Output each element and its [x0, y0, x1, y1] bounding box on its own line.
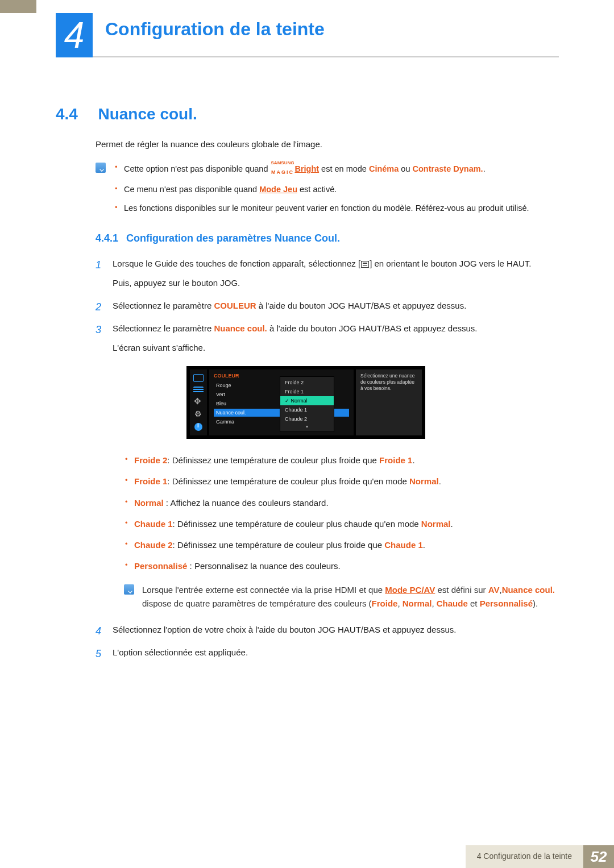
osd-option: Chaude 2 — [280, 414, 334, 423]
step-item: 5L'option sélectionnée est appliquée. — [96, 646, 559, 659]
step-number: 1 — [96, 257, 101, 273]
info-icon — [194, 423, 202, 431]
gear-icon — [193, 410, 204, 418]
text: : — [187, 561, 194, 571]
text: . — [451, 519, 453, 529]
list-item: Chaude 1: Définissez une température de … — [124, 517, 559, 530]
note-block-2: Lorsque l'entrée externe est connectée v… — [124, 583, 559, 610]
keyword: Mode Jeu — [259, 185, 297, 194]
text: Définissez une température de couleur pl… — [177, 540, 384, 550]
note-block-1: Cette option n'est pas disponible quand … — [96, 161, 559, 220]
chapter-header: 4 Configuration de la teinte — [56, 13, 559, 57]
keyword: Nuance coul. — [502, 585, 555, 595]
text: L'option sélectionnée est appliquée. — [113, 647, 248, 657]
subsection-number: 4.4.1 — [96, 232, 118, 244]
menu-icon — [361, 261, 369, 268]
keyword: Chaude 1 — [134, 519, 173, 529]
keyword: Chaude 2 — [134, 540, 173, 550]
chapter-number-badge: 4 — [56, 13, 93, 57]
text: est en mode — [319, 164, 369, 173]
keyword: Nuance coul. — [214, 323, 267, 333]
text: ] en orientant le bouton JOG vers le HAU… — [370, 259, 531, 268]
text: L'écran suivant s'affiche. — [113, 341, 559, 355]
intro-text: Permet de régler la nuance des couleurs … — [96, 139, 559, 149]
osd-main-panel: COULEUR Rouge Vert Bleu Nuance coul. Gam… — [209, 369, 354, 435]
text: et — [468, 599, 480, 608]
text: Définissez une température de couleur pl… — [177, 519, 421, 529]
section-number: 4.4 — [56, 105, 96, 123]
step-number: 5 — [96, 646, 101, 662]
note-icon — [96, 163, 106, 173]
footer-page-number: 52 — [583, 845, 614, 868]
keyword: Personnalisé — [134, 561, 187, 571]
keyword: Normal — [409, 476, 439, 486]
osd-option-selected: Normal — [280, 396, 334, 405]
text: Lorsque l'entrée externe est connectée v… — [142, 585, 385, 595]
keyword: COULEUR — [214, 301, 256, 310]
note-item: Ce menu n'est pas disponible quand Mode … — [114, 183, 529, 196]
steps-list-cont: 4Sélectionnez l'option de votre choix à … — [96, 623, 559, 659]
text: Ce menu n'est pas disponible quand — [124, 185, 259, 194]
list-item: Froide 2: Définissez une température de … — [124, 454, 559, 467]
osd-popup: Froide 2 Froide 1 Normal Chaude 1 Chaude… — [280, 376, 334, 432]
note-list-1: Cette option n'est pas disponible quand … — [114, 161, 529, 220]
text: Sélectionnez l'option de votre choix à l… — [113, 625, 456, 634]
list-icon — [193, 387, 204, 393]
chevron-down-icon: ▾ — [280, 423, 334, 430]
text: est activé. — [297, 185, 337, 194]
keyword: Froide 2 — [134, 455, 167, 465]
note-item: Cette option n'est pas disponible quand … — [114, 161, 529, 177]
text: Personnalisez la nuance des couleurs. — [194, 561, 341, 571]
text: Lorsque le Guide des touches de fonction… — [113, 259, 360, 268]
keyword: Froide — [372, 599, 398, 608]
list-item: Normal : Affichez la nuance des couleurs… — [124, 496, 559, 509]
step-number: 4 — [96, 623, 101, 639]
list-item: Froide 1: Définissez une température de … — [124, 475, 559, 488]
step-item: 4Sélectionnez l'option de votre choix à … — [96, 623, 559, 637]
step-item: 3 Sélectionnez le paramètre Nuance coul.… — [96, 322, 559, 355]
text: Définissez une température de couleur pl… — [172, 476, 409, 486]
text: : — [164, 498, 171, 508]
description-list: Froide 2: Définissez une température de … — [124, 454, 559, 573]
osd-option: Froide 1 — [280, 387, 334, 396]
keyword: Froide 1 — [379, 455, 412, 465]
text: Sélectionnez le paramètre — [113, 301, 214, 310]
list-item: Chaude 2: Définissez une température de … — [124, 538, 559, 551]
subsection-title: Configuration des paramètres Nuance Coul… — [126, 232, 340, 244]
keyword: Froide 1 — [134, 476, 167, 486]
section-heading: 4.4 Nuance coul. — [56, 105, 559, 123]
keyword: Personnalisé — [480, 599, 533, 608]
osd-screenshot: COULEUR Rouge Vert Bleu Nuance coul. Gam… — [186, 366, 425, 439]
steps-list: 1 Lorsque le Guide des touches de foncti… — [96, 257, 559, 355]
text: : — [173, 540, 177, 550]
text: dispose de quatre paramètres de températ… — [142, 599, 372, 608]
text: Définissez une température de couleur pl… — [172, 455, 379, 465]
text: ou — [399, 164, 412, 173]
osd-option: Froide 2 — [280, 378, 334, 387]
list-item: Personnalisé : Personnalisez la nuance d… — [124, 559, 559, 572]
keyword: Mode PC/AV — [385, 585, 435, 595]
text: Cette option n'est pas disponible quand — [124, 164, 271, 173]
chapter-title: Configuration de la teinte — [93, 13, 559, 57]
text: , — [397, 599, 402, 608]
side-tab — [0, 0, 36, 13]
keyword: Normal — [134, 498, 164, 508]
keyword: Bright — [294, 164, 319, 173]
text: est défini sur — [435, 585, 488, 595]
text: : — [167, 476, 172, 486]
text: Sélectionnez le paramètre — [113, 323, 214, 333]
step-number: 3 — [96, 322, 101, 338]
keyword: Contraste Dynam. — [413, 164, 483, 173]
text: à l'aide du bouton JOG HAUT/BAS et appuy… — [256, 301, 467, 310]
step-item: 1 Lorsque le Guide des touches de foncti… — [96, 257, 559, 290]
text: : — [167, 455, 172, 465]
keyword: Chaude — [437, 599, 468, 608]
text: . — [439, 476, 441, 486]
text: Affichez la nuance des couleurs standard… — [170, 498, 328, 508]
text: . — [423, 540, 425, 550]
step-item: 2 Sélectionnez le paramètre COULEUR à l'… — [96, 299, 559, 313]
text: ). — [533, 599, 538, 608]
keyword: Cinéma — [369, 164, 399, 173]
osd-help-text: Sélectionnez une nuance de couleurs plus… — [356, 369, 422, 435]
text: . — [483, 164, 486, 173]
